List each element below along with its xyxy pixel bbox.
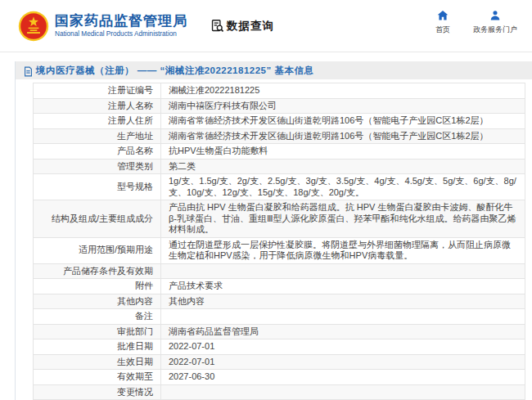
national-emblem-icon (18, 11, 49, 42)
row-value: 湖南省药品监督管理局 (161, 324, 525, 339)
table-row: 注册人住所湖南省常德经济技术开发区德山街道乾明路106号（智能电子产业园C区1栋… (34, 114, 525, 129)
row-value: 湖南省常德经济技术开发区德山街道乾明路106号（智能电子产业园C区1栋2层） (161, 114, 525, 129)
header: 国家药品监督管理局 National Medical Products Admi… (0, 0, 532, 52)
row-value: 1g/支、1.5g/支、2g/支、2.5g/支、3g/支、3.5g/支、4g/支… (161, 174, 525, 200)
row-value: 抗HPV生物蛋白功能敷料 (161, 144, 525, 160)
row-value (161, 263, 525, 279)
row-label: 生效日期 (34, 354, 161, 370)
row-value: 湘械注准20222181225 (161, 83, 525, 99)
row-value: 2027-06-30 (161, 370, 525, 385)
nav-portal[interactable]: 政务服务门户 (473, 10, 517, 35)
user-icon (489, 10, 501, 21)
row-label: 注册人住所 (34, 114, 161, 129)
row-label: 其他内容 (34, 294, 161, 309)
page-title: 境内医疗器械（注册） —— “湘械注准20222181225” 基本信息 (36, 65, 313, 77)
table-row: 管理类别第二类 (34, 159, 525, 174)
row-label: 产品储存条件及有效期 (34, 263, 161, 279)
row-label: 产品名称 (34, 144, 161, 160)
row-value: 2022-07-01 (161, 354, 525, 370)
row-value: 产品由抗 HPV 生物蛋白凝胶和给药器组成。抗 HPV 生物蛋白凝胶由卡波姆、酸… (161, 200, 525, 238)
content-panel: 境内医疗器械（注册） —— “湘械注准20222181225” 基本信息 注册证… (15, 61, 532, 400)
table-row: 附件产品技术要求 (34, 279, 525, 294)
brand-logo[interactable]: 国家药品监督管理局 National Medical Products Admi… (18, 11, 187, 42)
row-label: 生产地址 (34, 128, 161, 144)
row-label: 注册证编号 (34, 83, 161, 99)
row-label: 变更情况 (34, 384, 161, 400)
row-label: 适用范围/预期用途 (34, 237, 161, 263)
org-name-zh: 国家药品监督管理局 (55, 14, 187, 29)
row-value: 其他内容 (161, 294, 525, 309)
table-row: 注册人名称湖南中禧医疗科技有限公司 (34, 98, 525, 114)
info-table-body: 注册证编号湘械注准20222181225注册人名称湖南中禧医疗科技有限公司注册人… (34, 83, 525, 400)
row-label: 结构及组成/主要组成成分 (34, 200, 161, 238)
row-label: 型号规格 (34, 174, 161, 200)
row-label: 有效期至 (34, 370, 161, 385)
table-row: 注册证编号湘械注准20222181225 (34, 83, 525, 99)
row-label: 备注 (34, 309, 161, 325)
row-label: 审批部门 (34, 324, 161, 339)
table-row: 结构及组成/主要组成成分产品由抗 HPV 生物蛋白凝胶和给药器组成。抗 HPV … (34, 200, 525, 238)
registration-info-table: 注册证编号湘械注准20222181225注册人名称湖南中禧医疗科技有限公司注册人… (33, 83, 525, 400)
row-value (161, 309, 525, 325)
table-row: 型号规格1g/支、1.5g/支、2g/支、2.5g/支、3g/支、3.5g/支、… (34, 174, 525, 200)
row-value: 湖南省常德经济技术开发区德山街道乾明路106号（智能电子产业园C区1栋2层） (161, 128, 525, 144)
document-icon (24, 65, 33, 76)
table-row: 生效日期2022-07-01 (34, 354, 525, 370)
table-row: 批准日期2022-07-01 (34, 339, 525, 355)
top-nav: 首页 政务服务门户 (429, 10, 517, 35)
row-label: 附件 (34, 279, 161, 294)
row-value: 2022-07-01 (161, 339, 525, 355)
row-value: 湖南中禧医疗科技有限公司 (161, 98, 525, 114)
org-name-en: National Medical Products Administration (55, 30, 187, 38)
document-search-icon (210, 19, 224, 33)
nav-data-query[interactable]: 数据查询 (210, 19, 274, 34)
row-label: 批准日期 (34, 339, 161, 355)
row-label: 管理类别 (34, 159, 161, 174)
nav-home[interactable]: 首页 (429, 10, 457, 35)
breadcrumb: 境内医疗器械（注册） —— “湘械注准20222181225” 基本信息 (16, 61, 532, 79)
row-value (161, 384, 525, 400)
table-row: 审批部门湖南省药品监督管理局 (34, 324, 525, 339)
home-icon (437, 10, 449, 21)
row-value: 产品技术要求 (161, 279, 525, 294)
table-row: 备注 (34, 309, 525, 325)
row-value: 通过在阴道壁形成一层保护性凝胶膜。将阴道壁与外界细菌物理隔离，从而阻止病原微生物… (161, 237, 525, 263)
nav-portal-label: 政务服务门户 (473, 25, 517, 35)
table-row: 产品名称抗HPV生物蛋白功能敷料 (34, 144, 525, 160)
data-query-label: 数据查询 (227, 19, 274, 34)
nav-home-label: 首页 (435, 25, 450, 35)
table-row: 适用范围/预期用途通过在阴道壁形成一层保护性凝胶膜。将阴道壁与外界细菌物理隔离，… (34, 237, 525, 263)
row-value: 第二类 (161, 159, 525, 174)
table-row: 生产地址湖南省常德经济技术开发区德山街道乾明路106号（智能电子产业园C区1栋2… (34, 128, 525, 144)
table-row: 变更情况 (34, 384, 525, 400)
table-row: 产品储存条件及有效期 (34, 263, 525, 279)
table-row: 其他内容其他内容 (34, 294, 525, 309)
row-label: 注册人名称 (34, 98, 161, 114)
table-row: 有效期至2027-06-30 (34, 370, 525, 385)
